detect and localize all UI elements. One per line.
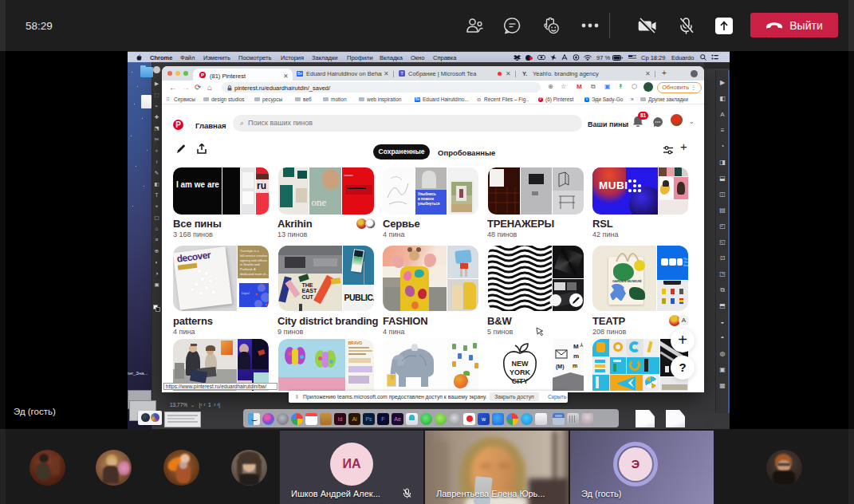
svg-text:NEW: NEW bbox=[511, 360, 529, 368]
svg-text:CITY: CITY bbox=[511, 377, 528, 385]
svg-text:Digital: Digital bbox=[242, 292, 250, 295]
svg-text:m: m bbox=[573, 352, 579, 360]
svg-text:YORK: YORK bbox=[509, 368, 530, 376]
svg-text:M: M bbox=[573, 343, 579, 350]
svg-text:(M): (M) bbox=[556, 364, 565, 370]
svg-text:m: m bbox=[573, 363, 577, 368]
svg-text:⅄: ⅄ bbox=[580, 342, 584, 348]
